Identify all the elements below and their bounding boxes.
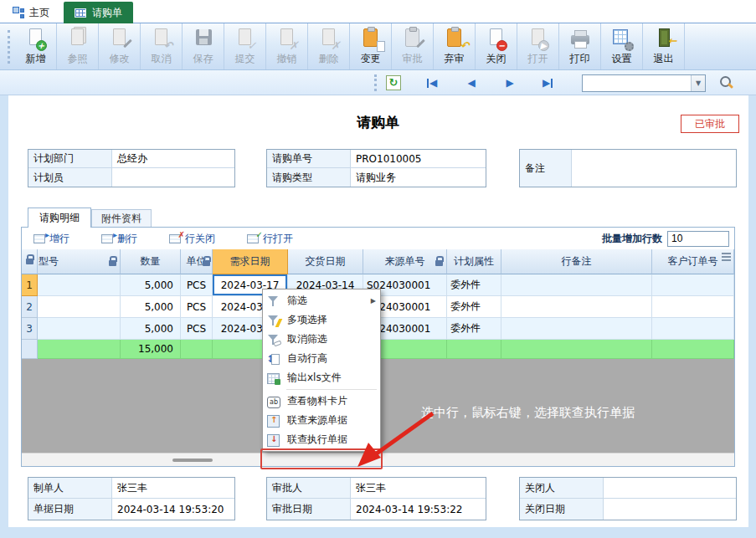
menu-item-material-card[interactable]: 查看物料卡片	[263, 392, 380, 411]
change-button[interactable]: 变更	[350, 23, 392, 69]
closer-value	[604, 478, 736, 499]
column-header-delivery-date[interactable]: 交货日期	[288, 249, 363, 274]
cell-model[interactable]	[38, 296, 121, 318]
main-toolbar: + 新增 参照 修改 ↶ 取消 保存 ✓ 提交 ✗ 撤销 ✗ 删除	[0, 23, 756, 70]
cell-plan-attr[interactable]: 委外件	[447, 274, 501, 296]
cell-model[interactable]	[38, 318, 121, 340]
cell-customer-order[interactable]	[652, 296, 734, 318]
first-record-button[interactable]: ◀	[423, 75, 441, 90]
open-row-button[interactable]: ✓ 行打开	[247, 232, 293, 246]
approver-info-table: 审批人 张三丰 审批日期 2024-03-14 19:53:22	[266, 477, 486, 520]
status-stamp-approved: 已审批	[681, 115, 739, 133]
export-xls-icon	[266, 371, 280, 385]
modify-button[interactable]: 修改	[99, 23, 141, 69]
tab-attachments[interactable]: 附件资料	[91, 209, 152, 227]
req-no-value[interactable]: PRO1010005	[351, 150, 486, 168]
save-button[interactable]: 保存	[183, 23, 224, 69]
toolbar-grip[interactable]	[8, 30, 10, 64]
menu-item-export-xls[interactable]: 输出xls文件	[263, 368, 380, 387]
cell-qty[interactable]: 5,000	[121, 274, 181, 296]
tab-home[interactable]: 主页	[5, 3, 57, 23]
cell-row-remark[interactable]	[501, 318, 652, 340]
last-record-button[interactable]: ▶	[538, 75, 557, 90]
cell-unit[interactable]: PCS	[181, 274, 213, 296]
cell-row-remark[interactable]	[501, 274, 652, 296]
refresh-icon[interactable]: ↻	[386, 75, 401, 90]
approve-button[interactable]: 审批	[392, 23, 434, 69]
total-row-number	[22, 340, 38, 359]
row-number[interactable]: 3	[22, 318, 38, 340]
home-tab-icon	[13, 7, 24, 18]
grid-corner-header[interactable]	[22, 249, 38, 274]
cell-customer-order[interactable]	[652, 274, 734, 296]
batch-add-rows-input[interactable]	[667, 231, 729, 247]
revoke-button[interactable]: ✗ 撤销	[266, 23, 308, 69]
close-doc-button[interactable]: − 关闭	[476, 23, 517, 69]
cell-qty[interactable]: 5,000	[121, 296, 181, 318]
annotation-text: 选中行，鼠标右键，选择联查执行单据	[421, 405, 635, 421]
material-card-icon	[266, 395, 280, 408]
close-doc-icon: −	[484, 27, 509, 50]
close-row-button[interactable]: ✗ 行关闭	[169, 232, 215, 246]
record-search-input[interactable]	[583, 75, 691, 91]
new-button[interactable]: + 新增	[15, 23, 57, 69]
submit-button[interactable]: ✓ 提交	[224, 23, 266, 69]
filter-icon	[266, 295, 280, 308]
column-header-unit[interactable]: 单位	[181, 249, 213, 274]
menu-item-filter[interactable]: 筛选 ▶	[263, 291, 380, 310]
tab-requisition-active[interactable]: 请购单	[64, 2, 133, 23]
print-button[interactable]: 打印	[559, 23, 601, 69]
column-header-demand-date[interactable]: 需求日期	[213, 249, 288, 274]
column-header-customer-order[interactable]: 客户订单号	[652, 249, 734, 274]
previous-record-button[interactable]: ◀	[462, 75, 481, 90]
reference-button[interactable]: 参照	[57, 23, 99, 69]
column-header-qty[interactable]: 数量	[121, 249, 181, 274]
column-header-row-remark[interactable]: 行备注	[501, 249, 652, 274]
search-icon[interactable]	[718, 75, 735, 92]
navbar-grip[interactable]	[374, 74, 377, 91]
req-type-value[interactable]: 请购业务	[351, 168, 486, 187]
submit-icon: ✓	[233, 27, 258, 50]
exit-button[interactable]: ← 退出	[643, 23, 685, 69]
cancel-button[interactable]: ↶ 取消	[141, 23, 183, 69]
delete-row-button[interactable]: ▸ 删行	[101, 232, 137, 246]
cell-model[interactable]	[38, 274, 121, 296]
delete-button[interactable]: ✗ 删除	[308, 23, 350, 69]
column-options-icon[interactable]	[722, 253, 731, 261]
creator-value: 张三丰	[112, 478, 234, 499]
cell-row-remark[interactable]	[501, 296, 652, 318]
row-number[interactable]: 2	[22, 296, 38, 318]
plan-dept-value[interactable]: 总经办	[112, 150, 234, 168]
cell-unit[interactable]: PCS	[181, 318, 213, 340]
record-search-combobox[interactable]: ▼	[582, 74, 706, 92]
close-date-value	[604, 499, 736, 520]
new-document-icon: +	[23, 27, 49, 50]
cell-qty[interactable]: 5,000	[121, 318, 181, 340]
unapprove-button[interactable]: ↶ 弃审	[434, 23, 476, 69]
row-number[interactable]: 1	[22, 274, 38, 296]
chevron-down-icon[interactable]: ▼	[691, 75, 705, 91]
column-header-model[interactable]: 型号	[38, 249, 121, 274]
next-record-button[interactable]: ▶	[501, 75, 519, 90]
plan-dept-label: 计划部门	[28, 150, 112, 168]
add-row-button[interactable]: ▸ 增行	[33, 232, 69, 246]
menu-item-auto-row-height[interactable]: 自动行高	[263, 349, 380, 368]
cell-unit[interactable]: PCS	[181, 296, 213, 318]
lock-icon	[26, 259, 33, 264]
settings-icon	[609, 27, 635, 50]
settings-button[interactable]: 设置	[601, 23, 643, 69]
column-header-plan-attr[interactable]: 计划属性	[447, 249, 501, 274]
scrollbar-thumb[interactable]	[172, 459, 213, 462]
planner-value[interactable]	[112, 168, 234, 187]
open-doc-button[interactable]: ▶ 打开	[517, 23, 559, 69]
remark-value[interactable]	[572, 150, 736, 187]
menu-item-multi-select[interactable]: 多项选择	[263, 310, 380, 330]
cell-customer-order[interactable]	[652, 318, 734, 340]
tab-detail-active[interactable]: 请购明细	[28, 208, 91, 228]
cell-plan-attr[interactable]: 委外件	[447, 318, 501, 340]
cell-plan-attr[interactable]: 委外件	[447, 296, 501, 318]
menu-item-clear-filter[interactable]: 取消筛选	[263, 330, 380, 349]
column-header-source-no[interactable]: 来源单号	[363, 249, 447, 274]
total-qty: 15,000	[121, 340, 181, 359]
lock-icon	[109, 260, 116, 266]
